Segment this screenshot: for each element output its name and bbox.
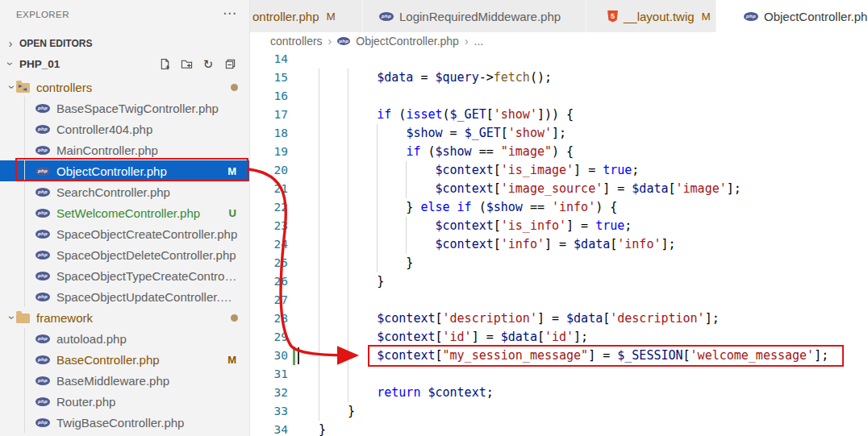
- line-content: $context['is_info'] = true;: [319, 217, 632, 235]
- sidebar-item-basespacetwigcontroller-php[interactable]: phpBaseSpaceTwigController.php: [0, 98, 249, 118]
- php-file-icon: php: [35, 376, 50, 385]
- project-section[interactable]: › PHP_01 ↻: [0, 53, 249, 74]
- text-cursor: [298, 347, 299, 364]
- line-number: 28: [250, 309, 288, 328]
- tab-ontroller-php[interactable]: ontroller.phpM: [250, 0, 363, 32]
- file-label: MainController.php: [56, 143, 158, 157]
- tab-label: __layout.twig: [624, 10, 695, 23]
- tab-objectcontroller-php[interactable]: phpObjectController.php: [716, 0, 868, 32]
- more-actions-icon[interactable]: ⋯: [223, 5, 236, 22]
- file-label: BaseSpaceTwigController.php: [56, 102, 219, 115]
- line-content: $context['description'] = $data['descrip…: [319, 309, 720, 328]
- php-file-icon: php: [35, 146, 50, 155]
- line-number: 15: [250, 69, 288, 87]
- line-content: return $context;: [319, 384, 494, 402]
- indent-guide: [377, 124, 378, 272]
- sidebar-item-twigbasecontroller-php[interactable]: phpTwigBaseController.php: [0, 412, 249, 433]
- tree-indent-guide: [24, 328, 25, 433]
- code-line-32[interactable]: 32 return $context;: [250, 384, 868, 402]
- refresh-icon[interactable]: ↻: [202, 57, 215, 70]
- new-file-icon[interactable]: [158, 57, 171, 70]
- open-editors-label: OPEN EDITORS: [19, 38, 92, 49]
- line-content: }: [319, 421, 326, 436]
- sidebar-item-spaceobjectdeletecontroller-php[interactable]: phpSpaceObjectDeleteController.php: [0, 244, 249, 265]
- code-line-17[interactable]: 17 if (isset($_GET['show'])) {: [250, 106, 868, 124]
- file-label: Router.php: [56, 395, 115, 409]
- line-content: } else if ($show == 'info') {: [319, 198, 617, 217]
- tab-loginrequiredmiddeware-php[interactable]: phpLoginRequiredMiddeware.php: [363, 0, 586, 32]
- file-tree: ›controllersphpBaseSpaceTwigController.p…: [0, 77, 249, 433]
- line-content: $show = $_GET['show'];: [319, 124, 566, 143]
- sidebar-item-setwelcomecontroller-php[interactable]: phpSetWelcomeController.phpU: [0, 202, 249, 223]
- line-number: 19: [250, 143, 288, 161]
- php-file-icon: php: [35, 397, 50, 406]
- breadcrumb-file[interactable]: ObjectController.php: [356, 35, 459, 48]
- new-folder-icon[interactable]: [180, 57, 193, 70]
- code-line-30[interactable]: 30 $context["my_session_message"] = $_SE…: [250, 347, 868, 365]
- code-line-15[interactable]: 15 $data = $query->fetch();: [250, 69, 868, 87]
- sidebar-item-spaceobjectupdatecontroller-php[interactable]: phpSpaceObjectUpdateController.php: [0, 286, 249, 307]
- code-line-16[interactable]: 16: [250, 87, 868, 106]
- sidebar-item-spaceobjecttypecreatecontroller-[interactable]: phpSpaceObjectTypeCreateController...: [0, 265, 249, 286]
- code-line-25[interactable]: 25 }: [250, 254, 868, 272]
- sidebar-item-controller404-php[interactable]: phpController404.php: [0, 118, 249, 139]
- sidebar-item-spaceobjectcreatecontroller-php[interactable]: phpSpaceObjectCreateController.php: [0, 223, 249, 244]
- html5-icon: 5: [607, 10, 618, 23]
- file-label: BaseMiddleware.php: [56, 374, 169, 388]
- line-number: 25: [250, 254, 288, 272]
- explorer-title: EXPLORER: [16, 10, 69, 19]
- file-label: SpaceObjectUpdateController.php: [56, 290, 238, 304]
- code-line-23[interactable]: 23 $context['is_info'] = true;: [250, 217, 868, 235]
- code-line-27[interactable]: 27: [250, 291, 868, 309]
- line-number: 27: [250, 291, 288, 309]
- chevron-right-icon: ›: [6, 38, 15, 49]
- project-actions: ↻: [158, 57, 249, 70]
- breadcrumb-separator: ›: [328, 35, 332, 48]
- tab-modified-badge: M: [702, 10, 711, 23]
- code-line-14[interactable]: 14: [250, 50, 868, 69]
- php-file-icon: php: [337, 37, 350, 45]
- file-label: framework: [36, 311, 93, 325]
- code-editor[interactable]: 1415 $data = $query->fetch();1617 if (is…: [250, 50, 868, 436]
- php-file-icon: php: [35, 230, 50, 239]
- sidebar-item-autoload-php[interactable]: phpautoload.php: [0, 328, 249, 349]
- indent-guide: [319, 69, 319, 421]
- sidebar-folder-framework[interactable]: ›framework: [0, 307, 249, 328]
- code-line-34[interactable]: 34}: [250, 421, 868, 436]
- line-content: if ($show == "image") {: [319, 143, 574, 161]
- code-line-29[interactable]: 29 $context['id'] = $data['id'];: [250, 328, 868, 347]
- open-editors-section[interactable]: › OPEN EDITORS: [0, 34, 249, 53]
- php-file-icon: php: [35, 167, 50, 176]
- code-line-28[interactable]: 28 $context['description'] = $data['desc…: [250, 309, 868, 328]
- code-line-33[interactable]: 33 }: [250, 402, 868, 421]
- project-label: PHP_01: [19, 58, 60, 70]
- sidebar-folder-controllers[interactable]: ›controllers: [0, 77, 249, 98]
- tab-label: ObjectController.php: [764, 10, 868, 23]
- file-label: BaseController.php: [56, 353, 160, 367]
- code-line-22[interactable]: 22 } else if ($show == 'info') {: [250, 198, 868, 217]
- code-line-19[interactable]: 19 if ($show == "image") {: [250, 143, 868, 161]
- code-line-26[interactable]: 26 }: [250, 272, 868, 291]
- sidebar-item-router-php[interactable]: phpRouter.php: [0, 391, 249, 412]
- line-number: 29: [250, 328, 288, 347]
- git-status-badge: U: [229, 207, 236, 219]
- collapse-all-icon[interactable]: [223, 57, 236, 70]
- editor-group: ontroller.phpMphpLoginRequiredMiddeware.…: [250, 0, 868, 436]
- code-line-21[interactable]: 21 $context['image_source'] = $data['ima…: [250, 180, 868, 198]
- sidebar-item-basecontroller-php[interactable]: phpBaseController.phpM: [0, 349, 249, 370]
- indent-guide: [348, 69, 348, 402]
- line-number: 34: [250, 421, 288, 436]
- code-line-18[interactable]: 18 $show = $_GET['show'];: [250, 124, 868, 143]
- sidebar-item-objectcontroller-php[interactable]: phpObjectController.phpM: [0, 160, 249, 181]
- breadcrumb-symbol[interactable]: ...: [474, 35, 484, 48]
- sidebar-item-basemiddleware-php[interactable]: phpBaseMiddleware.php: [0, 370, 249, 391]
- code-line-20[interactable]: 20 $context['is_image'] = true;: [250, 161, 868, 180]
- sidebar-item-searchcontroller-php[interactable]: phpSearchController.php: [0, 181, 249, 202]
- line-number: 14: [250, 50, 288, 69]
- tab--layout-twig[interactable]: 5__layout.twigM: [586, 0, 716, 32]
- code-line-24[interactable]: 24 $context['info'] = $data['info'];: [250, 235, 868, 254]
- code-line-31[interactable]: 31: [250, 365, 868, 384]
- file-label: SpaceObjectDeleteController.php: [56, 248, 236, 262]
- sidebar-item-maincontroller-php[interactable]: phpMainController.php: [0, 139, 249, 160]
- breadcrumb-folder[interactable]: controllers: [270, 35, 323, 48]
